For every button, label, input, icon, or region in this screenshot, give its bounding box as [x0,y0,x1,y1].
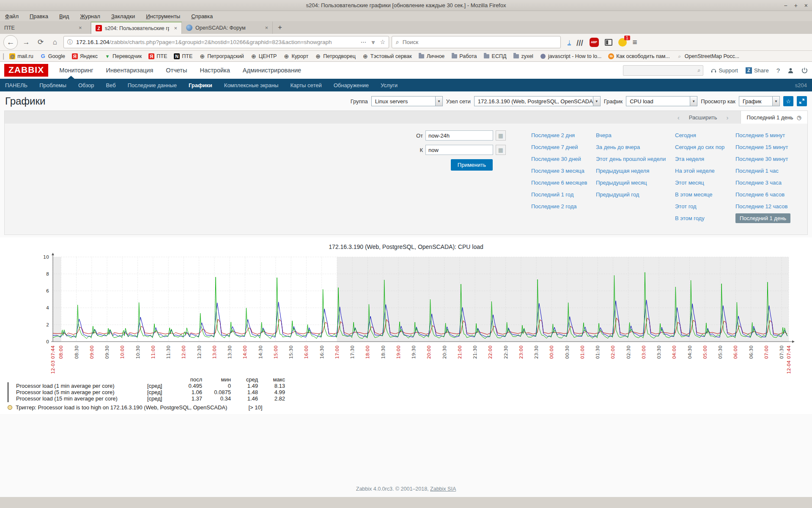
filter-select[interactable]: График▼ [739,96,780,106]
page-actions-icon[interactable]: ⋯ [361,39,367,46]
bookmark-item[interactable]: NПТЕ [171,52,195,60]
bookmark-item[interactable]: javascript - How to lo... [538,52,604,60]
filter-select[interactable]: 172.16.3.190 (Web, PostgreSQL, OpenSCADA… [474,96,601,106]
favourite-button[interactable]: ☆ [783,96,793,106]
downloads-icon[interactable]: ↓ [568,39,571,45]
library-icon[interactable]: ||| [576,39,584,46]
time-from-input[interactable] [425,130,493,141]
subnav-item[interactable]: ПАНЕЛЬ [5,82,27,88]
time-preset-link[interactable]: Эта неделя [675,154,704,164]
pocket-icon[interactable]: ⩔ [372,39,375,46]
time-preset-link[interactable]: Вчера [596,130,612,140]
zabbix-sia-link[interactable]: Zabbix SIA [430,486,456,492]
zabbix-search-input[interactable]: ⌕ [623,65,703,76]
bookmark-item[interactable]: ⊕Курорт [281,52,311,60]
time-preset-link[interactable]: Последние 3 месяца [531,166,584,176]
bookmark-item[interactable]: ▼Переводчик [102,52,144,60]
menubar-item[interactable]: Инструменты [146,13,180,19]
menubar-item[interactable]: Файл [5,13,19,19]
time-preset-link[interactable]: Последние 12 часов [735,202,787,211]
support-link[interactable]: Support [711,67,738,74]
home-button[interactable]: ⌂ [49,36,61,48]
bookmark-item[interactable]: ЕСПД [481,52,509,60]
time-preset-link[interactable]: Предыдущая неделя [596,166,649,176]
time-preset-link[interactable]: Последние 15 минут [735,142,788,152]
time-preset-link[interactable]: Последний 1 день [735,213,790,223]
browser-search-input[interactable] [403,39,557,45]
logout-icon[interactable] [801,67,808,74]
subnav-item[interactable]: Проблемы [39,82,66,88]
apply-button[interactable]: Применить [451,159,493,171]
time-preset-link[interactable]: Последние 5 минут [735,130,785,140]
time-preset-link[interactable]: Предыдущий месяц [596,178,647,188]
time-range-tab[interactable]: Последний 1 день ◷ [741,111,807,124]
time-preset-link[interactable]: Последний 1 час [735,166,779,176]
time-shift-right-icon[interactable]: › [727,114,729,121]
bookmark-item[interactable]: ⊕ЦЕНТР [248,52,280,60]
menubar-item[interactable]: Вид [59,13,69,19]
subnav-item[interactable]: Веб [106,82,115,88]
time-preset-link[interactable]: Последние 6 часов [735,190,785,199]
time-preset-link[interactable]: Последние 2 года [531,202,577,211]
browser-tab[interactable]: ПТЕ× [0,22,91,34]
subnav-item[interactable]: Последние данные [128,82,177,88]
subnav-item[interactable]: Карты сетей [290,82,321,88]
time-preset-link[interactable]: Последний 1 год [531,190,573,199]
time-preset-link[interactable]: Последние 7 дней [531,142,578,152]
time-preset-link[interactable]: В этом году [675,213,705,223]
cpu-load-chart[interactable]: 12-03 07:4408:0008:3009:0009:3010:0010:3… [17,252,795,379]
filter-select[interactable]: CPU load▼ [626,96,697,106]
menubar-item[interactable]: Закладки [111,13,135,19]
bookmark-item[interactable]: Работа [449,52,479,60]
sidebar-icon[interactable] [605,39,612,46]
fullscreen-button[interactable] [797,96,807,106]
subnav-item[interactable]: Обзор [78,82,94,88]
time-preset-link[interactable]: Сегодня [675,130,696,140]
time-preset-link[interactable]: Этот месяц [675,178,704,188]
subnav-item[interactable]: Обнаружение [334,82,369,88]
extension-icon[interactable]: 1 [618,38,627,47]
time-preset-link[interactable]: Сегодня до сих пор [675,142,724,152]
time-preset-link[interactable]: Последние 6 месяцев [531,178,587,188]
new-tab-button[interactable]: + [273,23,287,32]
bookmark-item[interactable]: GGoogle [38,52,68,60]
time-expand-button[interactable]: Расширить [689,114,717,121]
window-close-button[interactable]: × [804,2,808,9]
help-link[interactable]: ? [776,67,780,74]
menubar-item[interactable]: Правка [30,13,48,19]
bookmark-item[interactable]: zyxel [510,52,535,60]
time-to-input[interactable] [425,145,493,155]
main-nav-item[interactable]: Отчеты [166,63,187,78]
reload-button[interactable]: ⟳ [35,36,47,48]
subnav-item[interactable]: Комплексные экраны [224,82,279,88]
subnav-item[interactable]: Графики [189,82,212,88]
main-nav-item[interactable]: Инвентаризация [106,63,154,78]
forward-button[interactable]: → [20,36,32,48]
bookmark-item[interactable]: ⌕OpenStreetMap Росс... [674,52,742,60]
tab-close-icon[interactable]: × [174,25,177,31]
window-minimize-button[interactable]: − [784,2,787,9]
time-preset-link[interactable]: Последние 30 дней [531,154,581,164]
window-maximize-button[interactable]: + [794,2,798,9]
time-preset-link[interactable]: Последние 3 часа [735,178,782,188]
bookmark-item[interactable]: ⊕Тэстовый сервак [360,52,414,60]
time-preset-link[interactable]: За день до вчера [596,142,640,152]
tab-close-icon[interactable]: × [79,25,82,31]
browser-tab[interactable]: OpenSCADA: Форум× [182,22,273,34]
time-preset-link[interactable]: Этот год [675,202,697,211]
calendar-icon[interactable]: ▦ [496,130,506,141]
time-shift-left-icon[interactable]: ‹ [678,114,680,121]
bookmark-item[interactable]: lbКак освободить пам... [606,52,672,60]
url-bar[interactable]: ⓘ 172.16.1.204/zabbix/charts.php?page=1&… [63,36,389,48]
time-preset-link[interactable]: Последние 2 дня [531,130,575,140]
browser-search-box[interactable]: ⌕ [392,36,561,48]
calendar-icon[interactable]: ▦ [496,145,506,155]
subnav-item[interactable]: Услуги [381,82,398,88]
bookmark-item[interactable]: ЯЯндекс [69,52,100,60]
back-button[interactable]: ← [3,35,18,50]
menu-icon[interactable]: ≡ [633,38,637,47]
share-link[interactable]: Z Share [746,67,769,74]
browser-tab[interactable]: Zs204: Пользовательские гра× [91,22,182,34]
time-preset-link[interactable]: На этой неделе [675,166,715,176]
main-nav-item[interactable]: Администрирование [243,63,301,78]
